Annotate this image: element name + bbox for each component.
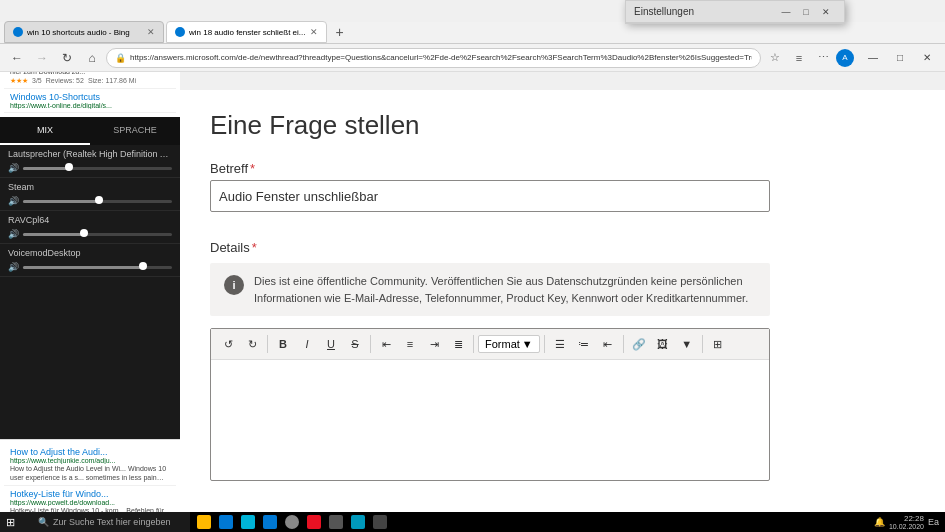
more-button[interactable]: ▼ [676, 333, 698, 355]
settings-button[interactable]: ⋯ [812, 47, 834, 69]
audio-item-name-steam: Steam [8, 182, 172, 192]
browser-close-button[interactable]: ✕ [915, 47, 939, 69]
taskbar-app-edge[interactable] [216, 512, 236, 532]
address-bar[interactable]: 🔒 https://answers.microsoft.com/de-de/ne… [106, 48, 761, 68]
page-title: Eine Frage stellen [210, 110, 770, 141]
edge-icon [219, 515, 233, 529]
align-right-button[interactable]: ⇥ [423, 333, 445, 355]
tab-neue-frage[interactable]: win 18 audio fenster schließt ei... ✕ [166, 21, 327, 43]
redo-button[interactable]: ↻ [241, 333, 263, 355]
bold-button[interactable]: B [272, 333, 294, 355]
strikethrough-button[interactable]: S [344, 333, 366, 355]
info-text: Dies ist eine öffentliche Community. Ver… [254, 273, 756, 306]
browser-minimize-button[interactable]: — [861, 47, 885, 69]
outdent-button[interactable]: ⇤ [597, 333, 619, 355]
mail-icon [263, 515, 277, 529]
details-label: Details * [210, 240, 770, 255]
popup-maximize-button[interactable]: □ [796, 4, 816, 20]
refresh-button[interactable]: ↻ [56, 47, 78, 69]
sr-desc-how-to: How to Adjust the Audio Level in Wi... W… [10, 464, 170, 482]
tab-close-bing[interactable]: ✕ [147, 27, 155, 37]
taskbar-clock[interactable]: 22:28 10.02.2020 [889, 514, 924, 530]
editor-body[interactable] [211, 360, 769, 480]
betreff-required: * [250, 161, 255, 176]
toolbar-separator-1 [267, 335, 268, 353]
tab-close-neue-frage[interactable]: ✕ [310, 27, 318, 37]
audio-item-steam: Steam 🔊 [0, 178, 180, 211]
address-text: https://answers.microsoft.com/de-de/newt… [130, 53, 752, 62]
undo-button[interactable]: ↺ [217, 333, 239, 355]
speaker-icon-steam: 🔊 [8, 196, 19, 206]
tab-bing-search[interactable]: win 10 shortcuts audio - Bing ✕ [4, 21, 164, 43]
hub-button[interactable]: ≡ [788, 47, 810, 69]
back-button[interactable]: ← [6, 47, 28, 69]
underline-button[interactable]: U [320, 333, 342, 355]
sr-stars-1: ★★★ [10, 77, 28, 85]
speaker-icon-ravcpl64: 🔊 [8, 229, 19, 239]
taskbar-app-photos[interactable] [348, 512, 368, 532]
home-button[interactable]: ⌂ [81, 47, 103, 69]
link-button[interactable]: 🔗 [628, 333, 650, 355]
sr-title-hotkey: Hotkey-Liste für Windo... [10, 489, 170, 499]
einstellungen-popup: Einstellungen — □ ✕ [625, 0, 845, 24]
tab-icon-neue-frage [175, 27, 185, 37]
taskbar-app-store[interactable] [238, 512, 258, 532]
popup-close-button[interactable]: ✕ [816, 4, 836, 20]
taskbar-notification-icon[interactable]: 🔔 [874, 517, 885, 527]
tab-label-neue-frage: win 18 audio fenster schließt ei... [189, 28, 306, 37]
slider-track-voicemod[interactable] [23, 266, 172, 269]
search-result-item-2[interactable]: Windows 10-Shortcuts https://www.t-onlin… [4, 89, 176, 113]
audio-tab-sprache[interactable]: SPRACHE [90, 117, 180, 145]
ordered-list-button[interactable]: ≔ [573, 333, 595, 355]
profile-avatar[interactable]: A [836, 49, 854, 67]
taskbar-search-icon: 🔍 [38, 517, 49, 527]
slider-track-ravcpl64[interactable] [23, 233, 172, 236]
italic-button[interactable]: I [296, 333, 318, 355]
lock-icon: 🔒 [115, 53, 126, 63]
sr-title-2: Windows 10-Shortcuts [10, 92, 170, 102]
align-left-button[interactable]: ⇤ [375, 333, 397, 355]
browser-maximize-button[interactable]: □ [888, 47, 912, 69]
favorites-button[interactable]: ☆ [764, 47, 786, 69]
audio-slider-lautsprecher: 🔊 [8, 163, 172, 173]
info-box: i Dies ist eine öffentliche Community. V… [210, 263, 770, 316]
taskbar-app-3[interactable] [370, 512, 390, 532]
details-required: * [252, 240, 257, 255]
windows-icon: ⊞ [6, 516, 15, 529]
audio-item-lautsprecher: Lautsprecher (Realtek High Definition A.… [0, 145, 180, 178]
image-button[interactable]: 🖼 [652, 333, 674, 355]
format-dropdown[interactable]: Format ▼ [478, 335, 540, 353]
taskbar-app-camera[interactable] [326, 512, 346, 532]
app3-icon [373, 515, 387, 529]
toolbar-separator-6 [702, 335, 703, 353]
taskbar-app-explorer[interactable] [194, 512, 214, 532]
taskbar-date: 10.02.2020 [889, 523, 924, 530]
speaker-icon-voicemod: 🔊 [8, 262, 19, 272]
search-result-how-to[interactable]: How to Adjust the Audi... https://www.te… [4, 444, 176, 486]
taskbar-app-mail[interactable] [260, 512, 280, 532]
align-center-button[interactable]: ≡ [399, 333, 421, 355]
slider-track-steam[interactable] [23, 200, 172, 203]
start-button-area[interactable]: ⊞ [0, 512, 30, 532]
unordered-list-button[interactable]: ☰ [549, 333, 571, 355]
sr-size-1: Size: 117.86 Mi [88, 77, 136, 85]
settings-gear-icon [285, 515, 299, 529]
forward-button[interactable]: → [31, 47, 53, 69]
betreff-input[interactable] [210, 180, 770, 212]
table-button[interactable]: ⊞ [707, 333, 729, 355]
music-icon [307, 515, 321, 529]
taskbar-app-music[interactable] [304, 512, 324, 532]
popup-title: Einstellungen [634, 6, 694, 17]
taskbar-action-center[interactable]: Ea [928, 517, 939, 527]
taskbar-search-area[interactable]: 🔍 Zur Suche Text hier eingeben [30, 512, 190, 532]
sr-url-2: https://www.t-online.de/digital/s... [10, 102, 170, 109]
taskbar-right: 🔔 22:28 10.02.2020 Ea [868, 514, 945, 530]
new-tab-button[interactable]: + [329, 21, 351, 43]
popup-minimize-button[interactable]: — [776, 4, 796, 20]
sr-rating-1: 3/5 [32, 77, 42, 85]
justify-button[interactable]: ≣ [447, 333, 469, 355]
taskbar-app-settings[interactable] [282, 512, 302, 532]
toolbar-separator-2 [370, 335, 371, 353]
slider-track-lautsprecher[interactable] [23, 167, 172, 170]
audio-tab-mix[interactable]: MIX [0, 117, 90, 145]
